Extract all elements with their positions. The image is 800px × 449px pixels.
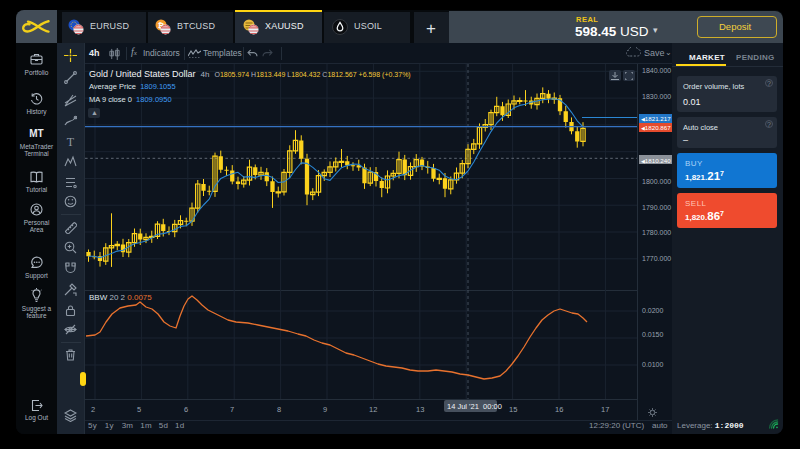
svg-text:T: T	[67, 135, 75, 148]
